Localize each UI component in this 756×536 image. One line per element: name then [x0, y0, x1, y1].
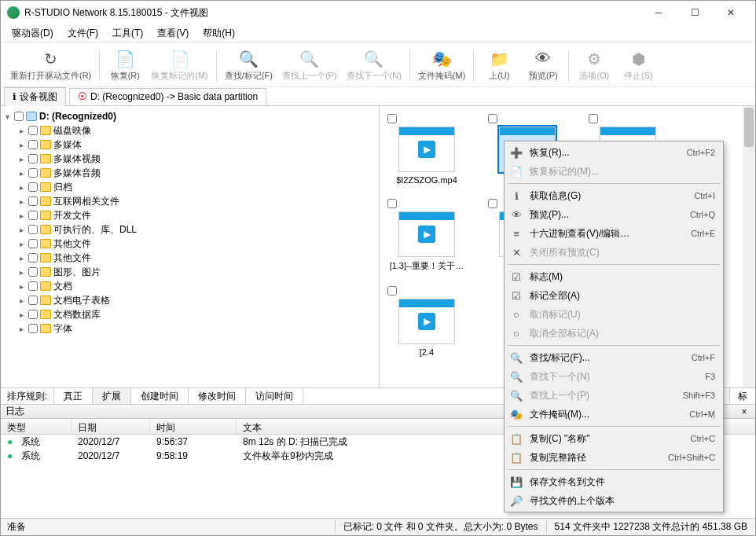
file-checkbox[interactable] [488, 199, 497, 208]
expand-icon[interactable]: ▸ [17, 254, 26, 262]
tree-checkbox[interactable] [14, 112, 24, 121]
tree-checkbox[interactable] [28, 140, 38, 149]
tree-checkbox[interactable] [28, 267, 38, 277]
ctx-item[interactable]: ➕恢复(R)...Ctrl+F2 [506, 143, 721, 162]
tree-checkbox[interactable] [28, 154, 38, 163]
expand-icon[interactable]: ▸ [17, 155, 26, 163]
ctx-item[interactable]: 🔎寻找文件的上个版本 [506, 491, 721, 510]
ctx-item[interactable]: 📋复制完整路径Ctrl+Shift+C [506, 448, 721, 467]
tree-checkbox[interactable] [28, 126, 38, 135]
ctx-item[interactable]: 📋复制(C) "名称"Ctrl+C [506, 429, 721, 448]
tree-item[interactable]: ▸多媒体音频 [2, 166, 377, 180]
tree-checkbox[interactable] [28, 296, 38, 305]
menu-view[interactable]: 查看(V) [151, 25, 195, 42]
tree-checkbox[interactable] [28, 253, 38, 262]
tree-item[interactable]: ▸其他文件 [2, 237, 377, 251]
tree-item[interactable]: ▸图形、图片 [2, 265, 377, 279]
tree-item[interactable]: ▸多媒体视频 [2, 152, 377, 166]
tree-checkbox[interactable] [28, 168, 38, 178]
file-item[interactable]: ▶[1.3]--重要！关于… [387, 199, 466, 272]
expand-icon[interactable]: ▸ [17, 183, 26, 192]
tree-item[interactable]: ▸文档电子表格 [2, 293, 377, 307]
close-button[interactable]: ✕ [713, 1, 749, 24]
toolbar-上(U)[interactable]: 📁上(U) [477, 43, 521, 86]
menu-tools[interactable]: 工具(T) [106, 25, 149, 42]
col-type[interactable]: 类型 [1, 419, 72, 434]
device-view-tab[interactable]: ℹ设备视图 [4, 87, 66, 106]
tree-item[interactable]: ▸可执行的、库、DLL [2, 222, 377, 237]
folder-tree[interactable]: ▾D: (Recognized0)▸磁盘映像▸多媒体▸多媒体视频▸多媒体音频▸归… [1, 106, 380, 387]
ctx-item[interactable]: 🎭文件掩码(M)...Ctrl+M [506, 405, 721, 424]
ctx-item[interactable]: ☑标志(M) [506, 267, 721, 286]
sort-tab[interactable]: 访问时间 [245, 387, 303, 405]
toolbar-重新打开驱动文件(R)[interactable]: ↻重新打开驱动文件(R) [6, 43, 96, 86]
folder-icon [40, 211, 51, 220]
file-checkbox[interactable] [488, 114, 497, 123]
expand-icon[interactable]: ▸ [17, 127, 26, 135]
expand-icon[interactable]: ▾ [2, 112, 12, 121]
tree-item[interactable]: ▸开发文件 [2, 208, 377, 222]
sort-tab[interactable]: 创建时间 [130, 387, 189, 405]
ctx-item[interactable]: ℹ获取信息(G)Ctrl+I [506, 186, 721, 205]
tree-checkbox[interactable] [28, 182, 38, 192]
log-close-icon[interactable]: × [738, 406, 750, 417]
maximize-button[interactable]: ☐ [677, 1, 713, 24]
expand-icon[interactable]: ▸ [17, 211, 26, 220]
expand-icon[interactable]: ▸ [17, 169, 26, 178]
menu-file[interactable]: 文件(F) [61, 25, 105, 42]
tree-checkbox[interactable] [28, 239, 38, 248]
toolbar-查找/标记(F)[interactable]: 🔍查找/标记(F) [220, 43, 277, 86]
file-item[interactable]: ▶[2.4 [387, 286, 466, 357]
tree-checkbox[interactable] [28, 211, 38, 220]
sort-tab[interactable]: 真正 [53, 387, 93, 405]
expand-icon[interactable]: ▸ [17, 141, 26, 149]
tree-item[interactable]: ▸文档 [2, 279, 377, 293]
menu-help[interactable]: 帮助(H) [196, 25, 241, 42]
tree-checkbox[interactable] [28, 281, 38, 291]
ctx-icon: 📋 [509, 450, 523, 464]
tree-item[interactable]: ▸归档 [2, 180, 377, 194]
sort-trail[interactable]: 标 [729, 387, 755, 406]
tree-item[interactable]: ▸互联网相关文件 [2, 194, 377, 208]
expand-icon[interactable]: ▸ [17, 226, 26, 234]
col-date[interactable]: 日期 [72, 419, 150, 434]
tree-item[interactable]: ▸字体 [2, 321, 377, 336]
tree-checkbox[interactable] [28, 324, 38, 333]
file-checkbox[interactable] [387, 114, 397, 123]
tree-item[interactable]: ▸其他文件 [2, 251, 377, 265]
ctx-item[interactable]: 🔍查找/标记(F)...Ctrl+F [506, 348, 721, 367]
ctx-item[interactable]: ≡十六进制查看(V)/编辑…Ctrl+E [506, 224, 721, 243]
file-checkbox[interactable] [387, 199, 397, 208]
ctx-item[interactable]: 👁预览(P)...Ctrl+Q [506, 205, 721, 224]
expand-icon[interactable]: ▸ [17, 268, 26, 277]
file-checkbox[interactable] [387, 286, 397, 296]
toolbar-停止(S): ⬢停止(S) [616, 43, 660, 86]
expand-icon[interactable]: ▸ [17, 240, 26, 248]
expand-icon[interactable]: ▸ [17, 197, 26, 206]
tree-checkbox[interactable] [28, 225, 38, 234]
file-checkbox[interactable] [589, 114, 598, 123]
tree-checkbox[interactable] [28, 310, 38, 319]
sort-tab[interactable]: 修改时间 [188, 387, 246, 405]
menu-drive[interactable]: 驱动器(D) [6, 25, 60, 42]
ctx-item[interactable]: 💾保存文件名到文件 [506, 472, 721, 491]
sort-tab[interactable]: 扩展 [92, 387, 131, 405]
toolbar-恢复(R)[interactable]: 📄恢复(R) [103, 43, 147, 86]
path-tab[interactable]: ⦿D: (Recognized0) -> Basic data partitio… [69, 88, 266, 105]
tree-checkbox[interactable] [28, 196, 38, 206]
tree-item[interactable]: ▸文档数据库 [2, 307, 377, 321]
toolbar-预览(P)[interactable]: 👁预览(P) [521, 43, 565, 86]
tree-item[interactable]: ▸多媒体 [2, 138, 377, 152]
expand-icon[interactable]: ▸ [17, 282, 26, 291]
ctx-item[interactable]: ☑标记全部(A) [506, 286, 721, 305]
expand-icon[interactable]: ▸ [17, 310, 26, 319]
scrollbar[interactable] [743, 106, 755, 387]
expand-icon[interactable]: ▸ [17, 296, 26, 305]
expand-icon[interactable]: ▸ [17, 325, 26, 333]
file-item[interactable]: ▶$I2ZSZOG.mp4 [387, 114, 466, 185]
status-ready: 准备 [1, 520, 32, 534]
toolbar-文件掩码(M)[interactable]: 🎭文件掩码(M) [413, 43, 471, 86]
col-time[interactable]: 时间 [150, 419, 237, 434]
minimize-button[interactable]: ─ [640, 1, 677, 24]
tree-item[interactable]: ▸磁盘映像 [2, 123, 377, 138]
